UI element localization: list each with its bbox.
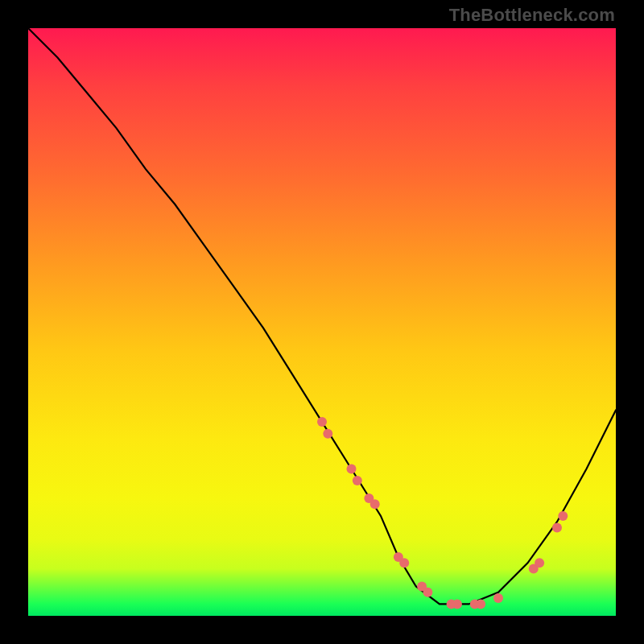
marker-point [476, 599, 485, 609]
marker-point [370, 499, 380, 509]
chart-svg [28, 28, 616, 616]
highlight-points [317, 417, 568, 609]
marker-point [552, 523, 562, 533]
marker-point [353, 476, 362, 485]
marker-point [423, 588, 432, 597]
marker-point [323, 429, 332, 439]
marker-point [317, 417, 327, 427]
marker-point [399, 558, 409, 568]
marker-point [535, 558, 544, 568]
bottleneck-curve [28, 28, 616, 604]
marker-point [347, 464, 357, 474]
marker-point [493, 593, 503, 603]
watermark-text: TheBottleneck.com [449, 5, 615, 26]
marker-point [558, 511, 568, 521]
marker-point [452, 599, 462, 609]
